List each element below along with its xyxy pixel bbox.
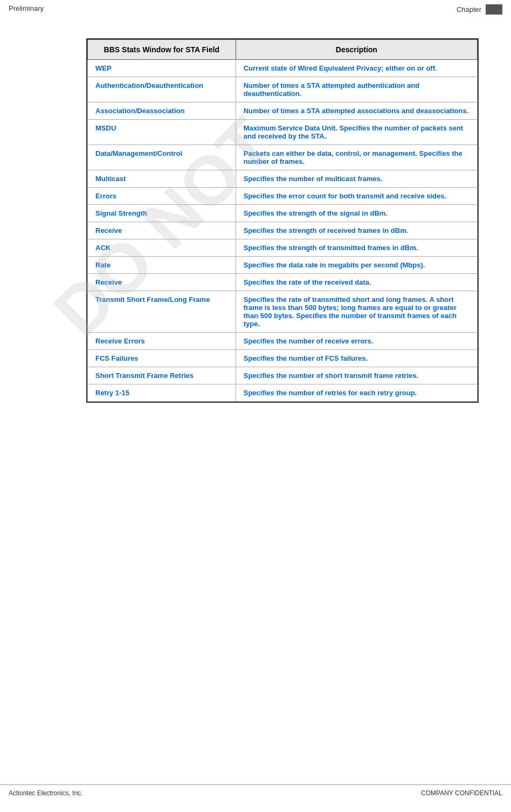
field-cell: Receive bbox=[88, 222, 236, 239]
footer-left: Actiontec Electronics, Inc. bbox=[9, 789, 82, 797]
description-cell: Number of times a STA attempted authenti… bbox=[236, 77, 477, 102]
page-header: Preliminary Chapter bbox=[0, 0, 511, 17]
description-cell: Specifies the strength of the signal in … bbox=[236, 205, 477, 222]
table-row: ErrorsSpecifies the error count for both… bbox=[88, 188, 478, 205]
table-row: RateSpecifies the data rate in megabits … bbox=[88, 257, 478, 274]
header-preliminary: Preliminary bbox=[9, 4, 44, 12]
table-row: MulticastSpecifies the number of multica… bbox=[88, 170, 478, 188]
field-cell: Receive bbox=[88, 274, 236, 291]
description-cell: Specifies the strength of transmitted fr… bbox=[236, 239, 477, 257]
description-cell: Specifies the rate of the received data. bbox=[236, 274, 477, 291]
bbs-stats-table: BBS Stats Window for STA Field Descripti… bbox=[87, 39, 478, 402]
description-cell: Specifies the number of receive errors. bbox=[236, 333, 477, 350]
table-row: Association/DeassociationNumber of times… bbox=[88, 102, 478, 120]
description-cell: Maximum Service Data Unit. Specifies the… bbox=[236, 120, 477, 145]
description-cell: Specifies the number of retries for each… bbox=[236, 384, 477, 402]
description-cell: Specifies the number of short transmit f… bbox=[236, 367, 477, 384]
description-cell: Current state of Wired Equivalent Privac… bbox=[236, 60, 477, 77]
description-cell: Specifies the data rate in megabits per … bbox=[236, 257, 477, 274]
table-row: Retry 1-15Specifies the number of retrie… bbox=[88, 384, 478, 402]
table-row: ACKSpecifies the strength of transmitted… bbox=[88, 239, 478, 257]
table-row: FCS FailuresSpecifies the number of FCS … bbox=[88, 350, 478, 367]
table-row: ReceiveSpecifies the strength of receive… bbox=[88, 222, 478, 239]
field-cell: Retry 1-15 bbox=[88, 384, 236, 402]
table-row: Signal StrengthSpecifies the strength of… bbox=[88, 205, 478, 222]
description-cell: Specifies the strength of received frame… bbox=[236, 222, 477, 239]
field-cell: Errors bbox=[88, 188, 236, 205]
field-cell: Rate bbox=[88, 257, 236, 274]
field-cell: Short Transmit Frame Retries bbox=[88, 367, 236, 384]
table-row: MSDUMaximum Service Data Unit. Specifies… bbox=[88, 120, 478, 145]
field-cell: ACK bbox=[88, 239, 236, 257]
field-cell: Transmit Short Frame/Long Frame bbox=[88, 291, 236, 333]
table-row: Authentication/DeauthenticationNumber of… bbox=[88, 77, 478, 102]
description-cell: Specifies the number of FCS failures. bbox=[236, 350, 477, 367]
page-content: BBS Stats Window for STA Field Descripti… bbox=[0, 17, 511, 424]
description-cell: Specifies the rate of transmitted short … bbox=[236, 291, 477, 333]
chapter-label: Chapter bbox=[457, 5, 481, 13]
description-cell: Packets can either be data, control, or … bbox=[236, 145, 477, 170]
field-cell: MSDU bbox=[88, 120, 236, 145]
stats-table-container: BBS Stats Window for STA Field Descripti… bbox=[86, 38, 479, 403]
field-cell: FCS Failures bbox=[88, 350, 236, 367]
col1-header: BBS Stats Window for STA Field bbox=[88, 40, 236, 60]
description-cell: Specifies the error count for both trans… bbox=[236, 188, 477, 205]
table-row: ReceiveSpecifies the rate of the receive… bbox=[88, 274, 478, 291]
description-cell: Specifies the number of multicast frames… bbox=[236, 170, 477, 188]
table-header-row: BBS Stats Window for STA Field Descripti… bbox=[88, 40, 478, 60]
table-row: Data/Management/ControlPackets can eithe… bbox=[88, 145, 478, 170]
field-cell: WEP bbox=[88, 60, 236, 77]
table-row: WEPCurrent state of Wired Equivalent Pri… bbox=[88, 60, 478, 77]
col2-header: Description bbox=[236, 40, 477, 60]
field-cell: Authentication/Deauthentication bbox=[88, 77, 236, 102]
field-cell: Association/Deassociation bbox=[88, 102, 236, 120]
description-cell: Number of times a STA attempted associat… bbox=[236, 102, 477, 120]
field-cell: Receive Errors bbox=[88, 333, 236, 350]
chapter-box bbox=[486, 4, 502, 15]
table-row: Short Transmit Frame RetriesSpecifies th… bbox=[88, 367, 478, 384]
page-footer: Actiontec Electronics, Inc. COMPANY CONF… bbox=[0, 785, 511, 801]
field-cell: Signal Strength bbox=[88, 205, 236, 222]
table-row: Receive ErrorsSpecifies the number of re… bbox=[88, 333, 478, 350]
footer-right: COMPANY CONFIDENTIAL bbox=[421, 789, 502, 797]
field-cell: Multicast bbox=[88, 170, 236, 188]
table-row: Transmit Short Frame/Long FrameSpecifies… bbox=[88, 291, 478, 333]
header-chapter: Chapter bbox=[457, 4, 502, 15]
field-cell: Data/Management/Control bbox=[88, 145, 236, 170]
